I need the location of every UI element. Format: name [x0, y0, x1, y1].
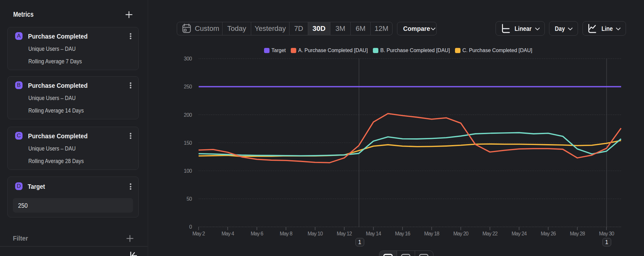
svg-text:100: 100 — [184, 168, 192, 174]
svg-text:May 14: May 14 — [366, 231, 381, 236]
svg-text:May 16: May 16 — [395, 231, 411, 236]
svg-text:May 6: May 6 — [251, 231, 263, 236]
svg-text:May 20: May 20 — [453, 231, 469, 236]
svg-text:May 28: May 28 — [570, 231, 585, 236]
svg-text:May 22: May 22 — [482, 231, 498, 236]
svg-text:May 30: May 30 — [599, 231, 614, 236]
svg-text:May 24: May 24 — [512, 231, 527, 236]
svg-text:May 10: May 10 — [308, 231, 323, 236]
svg-text:300: 300 — [184, 56, 192, 61]
svg-text:May 8: May 8 — [280, 231, 293, 236]
svg-text:250: 250 — [184, 84, 192, 89]
svg-text:May 18: May 18 — [424, 231, 440, 236]
svg-text:May 2: May 2 — [192, 231, 205, 236]
svg-text:May 4: May 4 — [222, 231, 234, 236]
svg-text:50: 50 — [186, 196, 192, 202]
svg-text:May 26: May 26 — [541, 231, 556, 236]
svg-text:200: 200 — [184, 112, 192, 118]
svg-text:150: 150 — [184, 140, 192, 146]
svg-text:0: 0 — [189, 224, 192, 230]
svg-text:May 12: May 12 — [337, 231, 352, 236]
